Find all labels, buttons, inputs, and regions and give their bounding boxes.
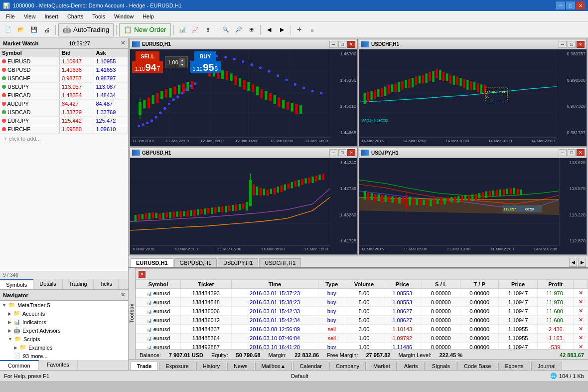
tab-experts[interactable]: Experts	[498, 362, 530, 370]
close-button[interactable]: ✕	[576, 1, 585, 9]
tab-gbpusd-h1[interactable]: GBPUSD,H1	[174, 258, 217, 267]
positions-close-button[interactable]: ✕	[139, 271, 146, 278]
navigator-close[interactable]: ✕	[121, 292, 125, 298]
list-item[interactable]: EURCHF 1.09580 1.09610	[0, 125, 128, 134]
tab-market[interactable]: Market	[367, 362, 397, 370]
period-button[interactable]: ≡	[306, 24, 318, 36]
table-row[interactable]: 📊 eurusd 138434393 2016.03.01 15:37:23 b…	[136, 289, 588, 298]
save-button[interactable]: 💾	[28, 24, 40, 36]
market-watch-close[interactable]: ✕	[121, 40, 125, 46]
list-item[interactable]: USDJPY 113.057 113.087	[0, 83, 128, 91]
maximize-button[interactable]: □	[566, 1, 575, 9]
minimize-button[interactable]: ─	[556, 1, 565, 9]
table-row[interactable]: 📊 eurusd 138436006 2016.03.01 15:42:33 b…	[136, 307, 588, 316]
tab-scroll-left[interactable]: ◀	[569, 258, 577, 267]
sell-button[interactable]: SELL	[136, 51, 159, 61]
menu-file[interactable]: File	[2, 12, 19, 20]
list-item[interactable]: AUDJPY 84.427 84.487	[0, 100, 128, 108]
table-row[interactable]: 📊 eurusd 138484337 2016.03.08 12:56:09 s…	[136, 325, 588, 334]
crosshair-button[interactable]: ✛	[294, 24, 305, 36]
cell-close[interactable]: ✕	[574, 316, 588, 325]
chart-maximize-button[interactable]: □	[568, 149, 576, 156]
scroll-right-button[interactable]: ▶	[276, 24, 288, 36]
cell-close[interactable]: ✕	[574, 289, 588, 298]
chart-close-button[interactable]: ✕	[577, 41, 585, 48]
tab-history[interactable]: History	[196, 362, 226, 370]
nav-item-expert-advisors[interactable]: ▶ 🤖 Expert Advisors	[0, 326, 128, 335]
tab-ticks[interactable]: Ticks	[94, 279, 119, 289]
menu-tools[interactable]: Tools	[88, 12, 109, 20]
tab-code-base[interactable]: Code Base	[457, 362, 497, 370]
nav-item-examples[interactable]: ▶ 📁 Examples	[0, 343, 128, 352]
tab-usdjpy-h1[interactable]: USDJPY,H1	[218, 258, 258, 267]
menu-charts[interactable]: Charts	[63, 12, 87, 20]
list-item[interactable]: GBPUSD 1.41636 1.41653	[0, 66, 128, 74]
tab-alerts[interactable]: Alerts	[398, 362, 425, 370]
table-row[interactable]: 📊 eurusd 138436012 2016.03.01 15:42:34 b…	[136, 316, 588, 325]
fit-button[interactable]: ⊞	[246, 24, 258, 36]
tab-symbols[interactable]: Symbols	[0, 279, 33, 289]
print-button[interactable]: 🖨	[41, 24, 53, 36]
line-chart-button[interactable]: 📈	[189, 24, 201, 36]
nav-item-more[interactable]: 📄 93 more...	[0, 352, 128, 360]
chart-minimize-button[interactable]: ─	[559, 149, 567, 156]
tab-signals[interactable]: Signals	[426, 362, 456, 370]
buy-button[interactable]: BUY	[194, 51, 216, 61]
tab-trade[interactable]: Trade	[131, 362, 158, 370]
tab-exposure[interactable]: Exposure	[159, 362, 195, 370]
tab-usdchf-h1[interactable]: USDCHF,H1	[259, 258, 301, 267]
toolbox-panel[interactable]: Toolbox	[129, 268, 136, 359]
lot-down-button[interactable]: ▼	[179, 62, 185, 67]
nav-item-indicators[interactable]: ▶ 📊 Indicators	[0, 318, 128, 326]
tab-news[interactable]: News	[227, 362, 254, 370]
tab-calendar[interactable]: Calendar	[293, 362, 328, 370]
cell-close[interactable]: ✕	[574, 298, 588, 307]
list-item[interactable]: EURUSD 1.10947 1.10955	[0, 57, 128, 66]
open-button[interactable]: 📂	[15, 24, 27, 36]
zoom-out-button[interactable]: 🔎	[233, 24, 245, 36]
tab-mailbox[interactable]: Mailbox▲	[255, 362, 293, 370]
chart-close-button[interactable]: ✕	[577, 149, 585, 156]
new-chart-button[interactable]: 📄	[2, 24, 14, 36]
list-item[interactable]: EURJPY 125.442 125.472	[0, 117, 128, 125]
scroll-left-button[interactable]: ◀	[263, 24, 275, 36]
table-row[interactable]: 📊 eurusd 138485364 2016.03.10 07:46:04 s…	[136, 334, 588, 343]
tab-eurusd-h1[interactable]: EURUSD,H1	[131, 258, 173, 267]
tab-trading[interactable]: Trading	[63, 279, 94, 289]
chart-close-button[interactable]: ✕	[347, 149, 355, 156]
list-item[interactable]: EURCAD 1.48354 1.48434	[0, 91, 128, 100]
table-row[interactable]: 📊 eurusd 138492887 2016.03.10 16:41:20 b…	[136, 343, 588, 350]
chart-maximize-button[interactable]: □	[338, 149, 346, 156]
chart-close-button[interactable]: ✕	[347, 41, 355, 48]
tab-scroll-right[interactable]: ▶	[578, 258, 586, 267]
list-item[interactable]: USDCAD 1.33729 1.33769	[0, 108, 128, 117]
nav-item-scripts[interactable]: ▼ 📁 Scripts	[0, 335, 128, 343]
chart-minimize-button[interactable]: ─	[559, 41, 567, 48]
new-order-button[interactable]: 📋 New Order	[119, 23, 170, 36]
zoom-in-button[interactable]: 🔍	[220, 24, 232, 36]
tab-common[interactable]: Common	[0, 360, 39, 370]
menu-insert[interactable]: Insert	[40, 12, 62, 20]
candle-chart-button[interactable]: 🕯	[202, 24, 214, 36]
nav-item-metatrader[interactable]: ▼ 📁 MetaTrader 5	[0, 301, 128, 309]
chart-minimize-button[interactable]: ─	[329, 149, 337, 156]
bar-chart-button[interactable]: 📊	[176, 24, 188, 36]
cell-close[interactable]: ✕	[574, 325, 588, 334]
cell-close[interactable]: ✕	[574, 334, 588, 343]
menu-help[interactable]: Help	[139, 12, 158, 20]
autotrading-button[interactable]: 🤖 AutoTrading	[58, 23, 114, 36]
tab-details[interactable]: Details	[33, 279, 63, 289]
lot-up-button[interactable]: ▲	[179, 58, 185, 62]
cell-close[interactable]: ✕	[574, 343, 588, 350]
list-item[interactable]: USDCHF 0.98757 0.98797	[0, 74, 128, 83]
chart-maximize-button[interactable]: □	[338, 41, 346, 48]
menu-view[interactable]: View	[20, 12, 40, 20]
add-symbol-row[interactable]: + click to add...	[0, 134, 128, 144]
tab-journal[interactable]: Journal	[531, 362, 562, 370]
chart-minimize-button[interactable]: ─	[329, 41, 337, 48]
chart-maximize-button[interactable]: □	[568, 41, 576, 48]
menu-window[interactable]: Window	[110, 12, 138, 20]
tab-favorites[interactable]: Favorites	[39, 360, 78, 370]
nav-item-accounts[interactable]: ▶ 📁 Accounts	[0, 309, 128, 318]
cell-close[interactable]: ✕	[574, 307, 588, 316]
